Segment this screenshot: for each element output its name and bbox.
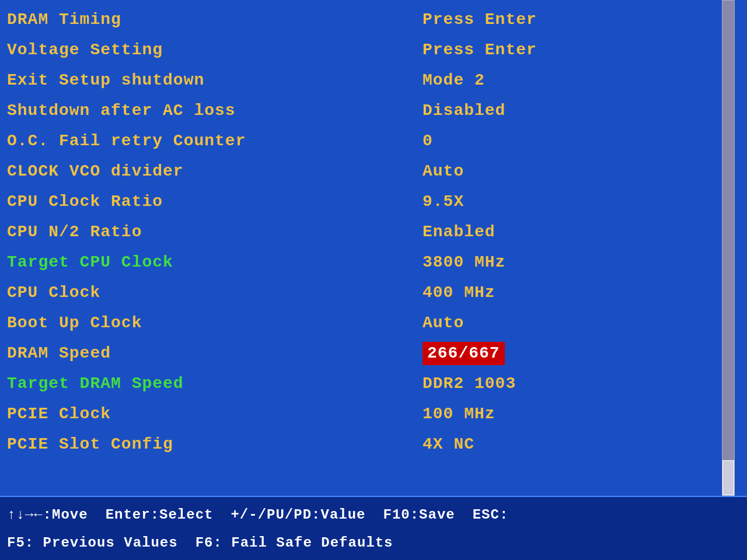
bios-value-row-3[interactable]: Disabled (423, 96, 710, 126)
footer-value: +/-/PU/PD:Value (231, 507, 365, 523)
bios-label-12: Target DRAM Speed (7, 373, 184, 394)
bios-label-2: Exit Setup shutdown (7, 70, 204, 91)
bios-label-row-6[interactable]: CPU Clock Ratio (7, 187, 411, 217)
bios-label-8: Target CPU Clock (7, 252, 173, 273)
bios-label-row-14[interactable]: PCIE Slot Config (7, 429, 411, 460)
bios-value-row-11[interactable]: 266/667 (423, 338, 710, 369)
footer-row-2: F5: Previous Values F6: Fail Safe Defaul… (7, 528, 740, 556)
bios-label-4: O.C. Fail retry Counter (7, 131, 246, 152)
bios-value-row-7[interactable]: Enabled (423, 217, 710, 247)
bios-label-7: CPU N/2 Ratio (7, 222, 142, 243)
footer-f6: F6: Fail Safe Defaults (196, 535, 393, 551)
left-column: CPU DRAM TimingVoltage SettingExit Setup… (0, 0, 411, 496)
bios-label-13: PCIE Clock (7, 404, 111, 425)
main-content: CPU DRAM TimingVoltage SettingExit Setup… (0, 0, 747, 496)
footer: ↑↓→←:Move Enter:Select +/-/PU/PD:Value F… (0, 496, 747, 560)
bios-value-row-8[interactable]: 3800 MHz (423, 247, 710, 278)
bios-value-row-2[interactable]: Mode 2 (423, 65, 710, 96)
bios-label-row-12[interactable]: Target DRAM Speed (7, 369, 411, 399)
footer-row-1: ↑↓→←:Move Enter:Select +/-/PU/PD:Value F… (7, 501, 740, 528)
bios-label-11: DRAM Speed (7, 343, 111, 364)
bios-value-row-13[interactable]: 100 MHz (423, 399, 710, 429)
scrollbar-thumb[interactable] (722, 460, 734, 495)
footer-move: ↑↓→←:Move (7, 507, 88, 523)
bios-value-4: 0 (423, 131, 433, 152)
footer-enter: Enter:Select (106, 507, 214, 523)
bios-value-2: Mode 2 (423, 70, 485, 91)
bios-label-1: Voltage Setting (7, 40, 163, 61)
right-column: Press Enter Press EnterPress EnterMode 2… (411, 0, 710, 496)
bios-screen: CPU DRAM TimingVoltage SettingExit Setup… (0, 0, 747, 560)
bios-value-row-5[interactable]: Auto (423, 156, 710, 187)
bios-value-row-6[interactable]: 9.5X (423, 187, 710, 217)
bios-value-row-14[interactable]: 4X NC (423, 429, 710, 460)
bios-value-9: 400 MHz (423, 282, 495, 303)
bios-label-row-11[interactable]: DRAM Speed (7, 338, 411, 369)
bios-label-row-7[interactable]: CPU N/2 Ratio (7, 217, 411, 247)
bios-label-row-3[interactable]: Shutdown after AC loss (7, 96, 411, 126)
bios-label-row-15[interactable] (7, 460, 411, 490)
bios-value-12: DDR2 1003 (423, 373, 516, 394)
bios-value-6: 9.5X (423, 191, 464, 212)
bios-value-13: 100 MHz (423, 404, 495, 425)
bios-label-3: Shutdown after AC loss (7, 100, 236, 121)
bios-value-0: Press Enter (423, 9, 537, 30)
bios-value-8: 3800 MHz (423, 252, 505, 273)
bios-label-row-0[interactable]: DRAM Timing (7, 5, 411, 35)
bios-value-1: Press Enter (423, 40, 537, 61)
footer-f5: F5: Previous Values (7, 535, 178, 551)
bios-value-7: Enabled (423, 222, 495, 243)
scrollbar-track[interactable]: ▼ (722, 0, 735, 496)
bios-label-row-8[interactable]: Target CPU Clock (7, 247, 411, 278)
bios-value-row-10[interactable]: Auto (423, 308, 710, 338)
bios-label-10: Boot Up Clock (7, 313, 142, 334)
bios-value-3: Disabled (423, 100, 505, 121)
bios-value-11: 266/667 (423, 342, 505, 365)
bios-value-10: Auto (423, 313, 464, 334)
bios-label-row-4[interactable]: O.C. Fail retry Counter (7, 126, 411, 156)
bios-value-row-4[interactable]: 0 (423, 126, 710, 156)
bios-value-row-12[interactable]: DDR2 1003 (423, 369, 710, 399)
bios-rows-left: DRAM TimingVoltage SettingExit Setup shu… (7, 5, 411, 551)
bios-label-9: CPU Clock (7, 282, 100, 303)
bios-label-row-9[interactable]: CPU Clock (7, 278, 411, 308)
bios-value-row-15[interactable] (423, 460, 710, 490)
bios-label-5: CLOCK VCO divider (7, 161, 184, 182)
bios-label-row-13[interactable]: PCIE Clock (7, 399, 411, 429)
bios-label-6: CPU Clock Ratio (7, 191, 163, 212)
bios-value-row-9[interactable]: 400 MHz (423, 278, 710, 308)
bios-rows-right: Press EnterPress EnterMode 2Disabled0Aut… (423, 5, 710, 551)
footer-esc: ESC: (473, 507, 509, 523)
bios-value-row-1[interactable]: Press Enter (423, 35, 710, 65)
bios-label-row-10[interactable]: Boot Up Clock (7, 308, 411, 338)
bios-label-row-1[interactable]: Voltage Setting (7, 35, 411, 65)
bios-label-row-2[interactable]: Exit Setup shutdown (7, 65, 411, 96)
bios-label-14: PCIE Slot Config (7, 434, 173, 455)
footer-f10: F10:Save (383, 507, 455, 523)
scrollbar[interactable]: ▼ (710, 0, 747, 496)
bios-label-0: DRAM Timing (7, 9, 121, 30)
bios-value-14: 4X NC (423, 434, 474, 455)
bios-value-5: Auto (423, 161, 464, 182)
bios-value-row-0[interactable]: Press Enter (423, 5, 710, 35)
bios-label-row-5[interactable]: CLOCK VCO divider (7, 156, 411, 187)
